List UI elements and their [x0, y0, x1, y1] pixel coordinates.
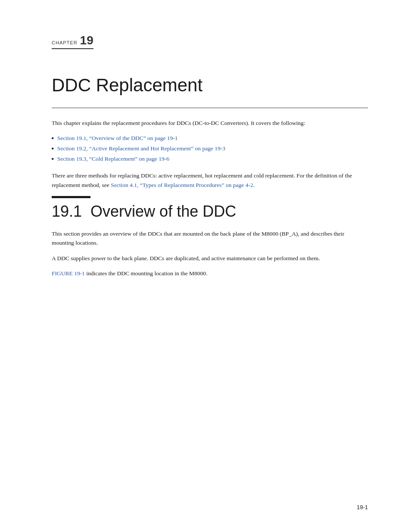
section-number: 19.1: [52, 202, 82, 221]
toc-link-2[interactable]: Section 19.2, “Active Replacement and Ho…: [57, 144, 225, 153]
toc-link-3[interactable]: Section 19.3, “Cold Replacement” on page…: [57, 155, 169, 163]
section-title: Overview of the DDC: [90, 202, 236, 221]
section-divider-thick: [52, 196, 90, 198]
figure-ref-link[interactable]: FIGURE 19-1: [52, 270, 85, 277]
section-paragraph-2: A DDC supplies power to the back plane. …: [52, 254, 368, 263]
body-paragraph-end: .: [253, 182, 255, 188]
chapter-number: 19: [80, 34, 93, 47]
section-paragraph-1: This section provides an overview of the…: [52, 229, 368, 248]
intro-paragraph: This chapter explains the replacement pr…: [52, 118, 368, 128]
figure-ref-suffix: indicates the DDC mounting location in t…: [85, 270, 208, 277]
chapter-title: DDC Replacement: [52, 75, 368, 96]
body-link[interactable]: Section 4.1, “Types of Replacement Proce…: [111, 182, 253, 188]
page-number: 19-1: [357, 504, 368, 510]
page-container: CHAPTER 19 DDC Replacement This chapter …: [0, 0, 411, 532]
chapter-divider: [52, 108, 368, 108]
chapter-text: CHAPTER: [52, 40, 78, 45]
figure-ref-paragraph: FIGURE 19-1 indicates the DDC mounting l…: [52, 269, 368, 278]
toc-link-1[interactable]: Section 19.1, “Overview of the DDC” on p…: [57, 134, 178, 143]
chapter-label: CHAPTER 19: [52, 34, 93, 49]
toc-item-2: Section 19.2, “Active Replacement and Ho…: [52, 144, 368, 153]
section-title-row: 19.1 Overview of the DDC: [52, 202, 368, 221]
chapter-label-area: CHAPTER 19: [52, 34, 368, 49]
toc-item-1: Section 19.1, “Overview of the DDC” on p…: [52, 134, 368, 143]
toc-item-3: Section 19.3, “Cold Replacement” on page…: [52, 155, 368, 163]
toc-list: Section 19.1, “Overview of the DDC” on p…: [52, 134, 368, 164]
body-paragraph: There are three methods for replacing DD…: [52, 171, 368, 190]
